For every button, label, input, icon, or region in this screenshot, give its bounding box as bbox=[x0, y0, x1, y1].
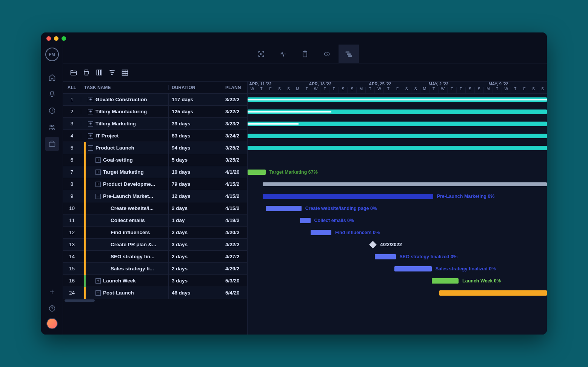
task-bar[interactable]: Target Marketing 67% bbox=[248, 170, 266, 175]
task-row[interactable]: 7+Target Marketing10 days4/1/20 bbox=[63, 166, 247, 178]
gantt-row[interactable]: Collect emails 0% bbox=[248, 214, 547, 227]
portfolio-icon[interactable] bbox=[45, 137, 59, 151]
clipboard-icon[interactable] bbox=[295, 45, 315, 63]
task-row[interactable]: 5−Product Launch94 days3/25/2 bbox=[63, 142, 247, 154]
home-icon[interactable] bbox=[45, 70, 59, 85]
gantt-row[interactable] bbox=[248, 130, 547, 142]
milestone-diamond-icon[interactable] bbox=[369, 241, 377, 248]
expand-icon[interactable]: + bbox=[88, 109, 93, 114]
col-header-duration[interactable]: DURATION bbox=[169, 85, 222, 90]
expand-icon[interactable]: + bbox=[88, 121, 93, 126]
task-row[interactable]: 9−Pre-Launch Market...12 days4/15/2 bbox=[63, 190, 247, 202]
gantt-row[interactable]: Sales strategy finalized 0% bbox=[248, 263, 547, 275]
team-icon[interactable] bbox=[45, 120, 59, 134]
task-row[interactable]: 4+IT Project83 days3/24/2 bbox=[63, 130, 247, 142]
task-name-cell[interactable]: +Launch Week bbox=[81, 275, 169, 287]
notifications-icon[interactable] bbox=[45, 87, 59, 101]
task-row[interactable]: 6+Goal-setting5 days3/25/2 bbox=[63, 154, 247, 166]
task-row[interactable]: 3+Tillery Marketing39 days3/23/2 bbox=[63, 118, 247, 130]
minimize-icon[interactable] bbox=[54, 36, 58, 41]
task-name-cell[interactable]: Create website/l... bbox=[81, 202, 169, 214]
task-name-cell[interactable]: Sales strategy fi... bbox=[81, 263, 169, 275]
task-name-cell[interactable]: +Target Marketing bbox=[81, 166, 169, 178]
zoom-scan-icon[interactable] bbox=[251, 45, 271, 63]
col-header-index[interactable]: ALL bbox=[63, 85, 81, 90]
expand-icon[interactable]: + bbox=[95, 182, 101, 187]
summary-bar[interactable] bbox=[263, 182, 547, 186]
summary-bar[interactable] bbox=[248, 97, 547, 102]
collapse-icon[interactable]: − bbox=[95, 194, 101, 199]
task-name-cell[interactable]: −Pre-Launch Market... bbox=[81, 190, 169, 202]
grid-scrollbar[interactable] bbox=[63, 299, 247, 302]
task-name-cell[interactable]: +Tillery Marketing bbox=[81, 118, 169, 130]
task-row[interactable]: 24−Post-Launch46 days5/4/20 bbox=[63, 287, 247, 299]
gantt-row[interactable] bbox=[248, 118, 547, 130]
gantt-row[interactable] bbox=[248, 142, 547, 154]
expand-icon[interactable]: + bbox=[95, 157, 101, 163]
expand-icon[interactable]: + bbox=[88, 97, 93, 102]
link-icon[interactable] bbox=[317, 45, 337, 63]
summary-bar[interactable] bbox=[248, 146, 547, 150]
task-bar[interactable]: Create website/landing page 0% bbox=[266, 206, 302, 211]
task-name-cell[interactable]: +Goal-setting bbox=[81, 154, 169, 166]
gantt-row[interactable]: Find influencers 0% bbox=[248, 227, 547, 239]
summary-bar[interactable] bbox=[248, 109, 547, 114]
gantt-row[interactable] bbox=[248, 287, 547, 299]
task-row[interactable]: 11Collect emails1 day4/19/2 bbox=[63, 214, 247, 227]
task-name-cell[interactable]: +Tillery Manufacturing bbox=[81, 106, 169, 118]
gantt-row[interactable]: Pre-Launch Marketing 0% bbox=[248, 190, 547, 202]
expand-icon[interactable]: + bbox=[88, 133, 93, 139]
add-icon[interactable] bbox=[45, 285, 59, 299]
task-name-cell[interactable]: −Product Launch bbox=[81, 142, 169, 154]
collapse-icon[interactable]: − bbox=[88, 145, 93, 151]
maximize-icon[interactable] bbox=[62, 36, 66, 41]
app-logo[interactable]: PM bbox=[45, 48, 59, 61]
task-name-cell[interactable]: Create PR plan &... bbox=[81, 239, 169, 251]
gantt-row[interactable] bbox=[248, 106, 547, 118]
expand-icon[interactable]: + bbox=[95, 278, 101, 284]
task-row[interactable]: 12Find influencers2 days4/20/2 bbox=[63, 227, 247, 239]
gantt-row[interactable]: Target Marketing 67% bbox=[248, 166, 547, 178]
task-bar[interactable]: Sales strategy finalized 0% bbox=[394, 266, 432, 271]
task-name-cell[interactable]: SEO strategy fin... bbox=[81, 251, 169, 263]
filter-icon[interactable] bbox=[108, 69, 116, 76]
recent-icon[interactable] bbox=[45, 103, 59, 118]
close-icon[interactable] bbox=[46, 36, 51, 41]
task-row[interactable]: 16+Launch Week3 days5/3/20 bbox=[63, 275, 247, 287]
task-row[interactable]: 10Create website/l...2 days4/15/2 bbox=[63, 202, 247, 214]
task-row[interactable]: 1+Govalle Construction117 days3/22/2 bbox=[63, 94, 247, 106]
task-bar[interactable]: Find influencers 0% bbox=[311, 230, 332, 235]
gantt-row[interactable]: SEO strategy finalized 0% bbox=[248, 251, 547, 263]
gantt-row[interactable] bbox=[248, 94, 547, 106]
gantt-bars[interactable]: Target Marketing 67%Pre-Launch Marketing… bbox=[248, 94, 547, 335]
gantt-row[interactable]: Create website/landing page 0% bbox=[248, 202, 547, 214]
user-avatar[interactable] bbox=[46, 318, 58, 329]
task-bar[interactable]: Pre-Launch Marketing 0% bbox=[263, 194, 433, 199]
gantt-row[interactable] bbox=[248, 154, 547, 166]
task-name-cell[interactable]: Find influencers bbox=[81, 227, 169, 239]
task-row[interactable]: 14SEO strategy fin...2 days4/27/2 bbox=[63, 251, 247, 263]
task-row[interactable]: 13Create PR plan &...3 days4/22/2 bbox=[63, 239, 247, 251]
gantt-view-icon[interactable] bbox=[339, 45, 359, 63]
task-name-cell[interactable]: Collect emails bbox=[81, 214, 169, 227]
task-name-cell[interactable]: +IT Project bbox=[81, 130, 169, 142]
folder-icon[interactable] bbox=[70, 69, 77, 76]
col-header-planned[interactable]: PLANN bbox=[222, 85, 247, 90]
gantt-row[interactable]: Launch Week 0% bbox=[248, 275, 547, 287]
gantt-row[interactable] bbox=[248, 178, 547, 190]
gantt-row[interactable]: 4/22/2022 bbox=[248, 239, 547, 251]
summary-bar[interactable] bbox=[248, 134, 547, 138]
print-icon[interactable] bbox=[83, 69, 90, 76]
col-header-name[interactable]: TASK NAME bbox=[81, 85, 169, 90]
summary-bar[interactable] bbox=[248, 122, 547, 126]
task-name-cell[interactable]: +Govalle Construction bbox=[81, 94, 169, 106]
task-row[interactable]: 15Sales strategy fi...2 days4/29/2 bbox=[63, 263, 247, 275]
task-row[interactable]: 2+Tillery Manufacturing125 days3/22/2 bbox=[63, 106, 247, 118]
task-bar[interactable]: SEO strategy finalized 0% bbox=[375, 254, 396, 259]
task-name-cell[interactable]: −Post-Launch bbox=[81, 287, 169, 299]
calendar-grid-icon[interactable] bbox=[121, 69, 129, 76]
task-bar[interactable]: Launch Week 0% bbox=[432, 278, 459, 284]
help-icon[interactable] bbox=[45, 301, 59, 316]
collapse-icon[interactable]: − bbox=[95, 290, 101, 296]
activity-icon[interactable] bbox=[273, 45, 293, 63]
